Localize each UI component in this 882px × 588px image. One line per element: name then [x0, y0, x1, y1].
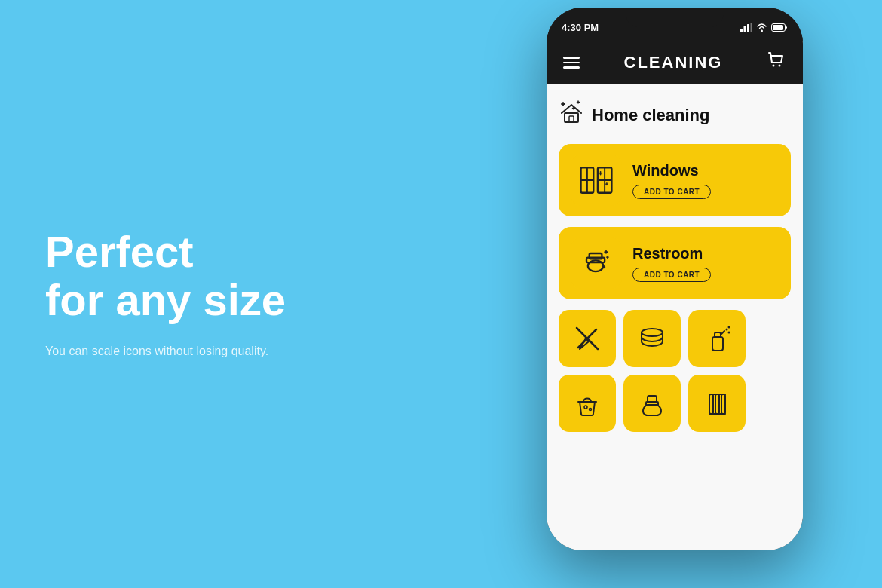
section-header: Home cleaning: [559, 100, 791, 130]
phone-notch: [626, 8, 724, 27]
hamburger-menu-icon[interactable]: [563, 57, 580, 69]
svg-point-29: [590, 409, 592, 411]
phone-outer: 4:30 PM: [547, 8, 803, 550]
svg-rect-18: [590, 253, 602, 259]
svg-point-28: [584, 406, 587, 409]
app-body: Home cleaning: [547, 84, 803, 550]
svg-rect-22: [712, 337, 723, 351]
svg-rect-1: [744, 26, 746, 32]
svg-rect-0: [740, 29, 743, 32]
bucket-icon: [572, 388, 602, 418]
app-header: CLEANING: [547, 41, 803, 84]
mop-icon-card[interactable]: [688, 375, 746, 432]
windows-card-info: Windows ADD TO CART: [632, 162, 779, 199]
restroom-card-info: Restroom ADD TO CART: [632, 245, 779, 282]
bucket-icon-card[interactable]: [559, 375, 616, 432]
windows-icon-box: [571, 155, 622, 206]
restroom-add-to-cart-button[interactable]: ADD TO CART: [632, 268, 711, 282]
svg-rect-2: [747, 24, 749, 32]
svg-rect-9: [569, 116, 574, 122]
svg-rect-34: [721, 394, 725, 414]
windows-add-to-cart-button[interactable]: ADD TO CART: [632, 185, 711, 199]
windows-card-name: Windows: [632, 162, 779, 179]
svg-point-26: [728, 326, 730, 329]
windows-card: Windows ADD TO CART: [559, 144, 791, 216]
app-title: CLEANING: [624, 53, 723, 72]
spray-icon: [702, 323, 732, 354]
left-panel: Perfect for any size You can scale icons…: [45, 228, 286, 360]
mop-icon: [702, 388, 732, 418]
svg-rect-33: [715, 394, 719, 414]
svg-point-7: [778, 65, 780, 67]
icons-grid-row1: [559, 310, 791, 367]
filter-icon-card[interactable]: [623, 310, 681, 367]
toilet-icon: [637, 388, 667, 418]
phone-screen: CLEANING: [547, 41, 803, 550]
headline-line1: Perfect: [45, 227, 194, 276]
filter-icon: [637, 323, 667, 354]
svg-point-25: [728, 332, 730, 334]
restroom-icon-box: [571, 237, 622, 289]
section-title: Home cleaning: [592, 106, 709, 125]
main-headline: Perfect for any size: [45, 228, 286, 324]
status-icons: [740, 23, 788, 32]
sub-text: You can scale icons without losing quali…: [45, 342, 286, 360]
signal-bars-icon: [740, 23, 752, 32]
battery-icon: [771, 23, 788, 32]
restroom-card: Restroom ADD TO CART: [559, 227, 791, 299]
cart-icon[interactable]: [767, 51, 786, 75]
broom-icon-card[interactable]: [559, 310, 616, 367]
spray-icon-card[interactable]: [688, 310, 746, 367]
broom-icon: [572, 323, 602, 354]
home-cleaning-icon: [559, 100, 584, 130]
svg-rect-3: [751, 23, 753, 32]
icons-grid-row2: [559, 375, 791, 432]
svg-point-24: [726, 329, 728, 331]
wifi-icon: [756, 23, 767, 32]
restroom-card-name: Restroom: [632, 245, 779, 262]
status-time: 4:30 PM: [562, 22, 599, 33]
headline-line2: for any size: [45, 275, 286, 324]
svg-rect-5: [773, 25, 783, 30]
svg-point-6: [772, 65, 774, 67]
svg-point-21: [642, 329, 663, 336]
svg-rect-32: [709, 394, 713, 414]
toilet-icon-card[interactable]: [623, 375, 681, 432]
svg-rect-8: [565, 113, 578, 122]
phone-mockup: 4:30 PM: [490, 8, 859, 588]
